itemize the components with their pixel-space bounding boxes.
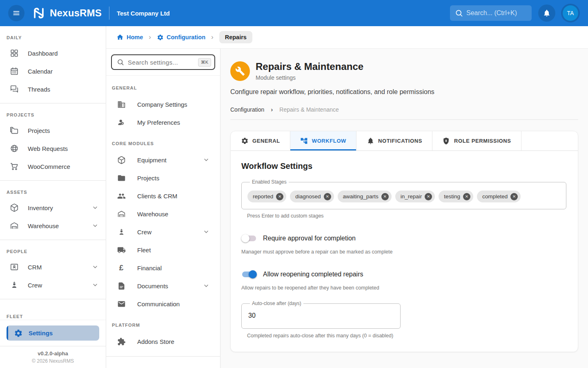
section-label-general: GENERAL	[106, 85, 220, 95]
tab-general[interactable]: GENERAL	[231, 131, 290, 150]
tab-bar: GENERAL WORKFLOW NOTIFICATIONS	[231, 131, 578, 151]
settings-item-projects[interactable]: Projects	[106, 169, 220, 187]
search-icon	[455, 9, 463, 17]
globe-icon	[10, 144, 19, 153]
search-icon	[117, 58, 124, 66]
require-approval-label: Require approval for completion	[263, 235, 356, 242]
enabled-stages-field[interactable]: Enabled Stages reported✕ diagnosed✕ awai…	[241, 179, 566, 209]
tab-notifications[interactable]: NOTIFICATIONS	[356, 131, 432, 150]
brand-name: NexusRMS	[50, 7, 102, 19]
settings-item-label: Financial	[137, 265, 209, 272]
envelope-icon	[117, 299, 126, 308]
settings-item-documents[interactable]: Documents	[106, 277, 220, 295]
brand-logo-link[interactable]: NexusRMS	[32, 6, 102, 20]
settings-item-warehouse[interactable]: Warehouse	[106, 205, 220, 223]
settings-search[interactable]: ⌘K	[111, 54, 215, 70]
tab-label: GENERAL	[252, 138, 280, 144]
breadcrumb-home-link[interactable]: Home	[116, 34, 143, 41]
sidebar-item-label: Threads	[28, 86, 98, 93]
chip-remove-icon[interactable]: ✕	[510, 193, 518, 200]
settings-label: Settings	[29, 330, 53, 337]
allow-reopening-toggle[interactable]	[241, 270, 257, 278]
settings-item-label: Projects	[137, 175, 209, 182]
notifications-button[interactable]	[538, 4, 555, 22]
settings-sidebar: ⌘K GENERAL Company Settings My Preferenc…	[106, 49, 220, 368]
sidebar-item-settings[interactable]: Settings	[7, 325, 99, 341]
settings-item-label: Company Settings	[137, 101, 209, 108]
person-gear-icon	[117, 118, 126, 127]
sidebar-section-assets: ASSETS Inventory Warehouse	[0, 181, 106, 240]
sidebar-item-warehouse[interactable]: Warehouse	[0, 217, 106, 235]
stage-chip: in_repair✕	[395, 191, 435, 202]
building-icon	[117, 100, 126, 109]
module-settings-card: GENERAL WORKFLOW NOTIFICATIONS	[230, 131, 578, 352]
sidebar-item-threads[interactable]: Threads	[0, 80, 106, 98]
section-label-people: PEOPLE	[0, 249, 106, 258]
divider	[230, 119, 578, 120]
autoclose-helper-text: Completed repairs auto-close after this …	[247, 332, 410, 339]
allow-reopening-helper: Allow repairs to be reopened after they …	[241, 285, 566, 291]
sidebar-item-crm[interactable]: CRM	[0, 258, 106, 276]
crew-person-icon	[10, 280, 19, 289]
folder-icon	[117, 173, 126, 182]
sidebar-item-woocommerce[interactable]: WooCommerce	[0, 157, 106, 175]
settings-item-equipment[interactable]: Equipment	[106, 151, 220, 169]
settings-search-input[interactable]	[128, 59, 194, 66]
settings-item-fleet[interactable]: Fleet	[106, 241, 220, 259]
cart-icon	[10, 162, 19, 171]
settings-item-company-settings[interactable]: Company Settings	[106, 95, 220, 113]
box-icon	[117, 155, 126, 164]
settings-item-financial[interactable]: £ Financial	[106, 259, 220, 277]
chip-remove-icon[interactable]: ✕	[463, 193, 470, 200]
hamburger-menu-button[interactable]	[8, 5, 24, 21]
breadcrumb: Home › Configuration › Repairs	[106, 26, 588, 49]
page-description: Configure repair workflow, priorities, n…	[230, 88, 578, 96]
workflow-tree-icon	[300, 137, 308, 145]
chip-remove-icon[interactable]: ✕	[425, 193, 432, 200]
stage-chip: diagnosed✕	[290, 191, 334, 202]
sidebar-item-web-requests[interactable]: Web Requests	[0, 139, 106, 157]
require-approval-toggle[interactable]	[241, 234, 257, 242]
settings-section-general: GENERAL Company Settings My Preferences	[106, 76, 220, 131]
puzzle-icon	[117, 337, 126, 346]
chip-remove-icon[interactable]: ✕	[381, 193, 389, 200]
sidebar-item-crew[interactable]: Crew	[0, 276, 106, 294]
settings-item-my-preferences[interactable]: My Preferences	[106, 113, 220, 131]
chip-remove-icon[interactable]: ✕	[324, 193, 331, 200]
sidebar-item-label: Crew	[28, 282, 92, 289]
breadcrumb-configuration-link[interactable]: Configuration	[157, 34, 205, 41]
sidebar-item-calendar[interactable]: Calendar	[0, 62, 106, 80]
sidebar-item-inventory[interactable]: Inventory	[0, 199, 106, 217]
stage-chip: completed✕	[477, 191, 521, 202]
global-search[interactable]	[450, 5, 532, 21]
settings-item-addons-store[interactable]: Addons Store	[106, 332, 220, 350]
sidebar-item-projects[interactable]: Projects	[0, 121, 106, 139]
tab-role-permissions[interactable]: ROLE PERMISSIONS	[432, 131, 521, 150]
tab-label: WORKFLOW	[312, 138, 346, 144]
page-title: Repairs & Maintenance	[256, 61, 363, 72]
user-menu-button[interactable]: TA	[561, 4, 580, 22]
settings-section-platform: PLATFORM Addons Store	[106, 313, 220, 357]
tab-workflow[interactable]: WORKFLOW	[290, 131, 356, 150]
wrench-icon	[235, 66, 245, 76]
autoclose-input[interactable]	[247, 310, 394, 322]
autoclose-field[interactable]: Auto-close after (days)	[241, 301, 401, 329]
chevron-down-icon	[92, 222, 98, 229]
keyboard-shortcut-badge: ⌘K	[198, 58, 211, 67]
settings-item-clients-crm[interactable]: Clients & CRM	[106, 187, 220, 205]
crew-person-icon	[117, 227, 126, 236]
group-icon	[117, 191, 126, 200]
chip-remove-icon[interactable]: ✕	[276, 193, 283, 200]
global-search-input[interactable]	[466, 9, 527, 17]
shield-lock-icon	[442, 137, 450, 145]
sidebar-section-people: PEOPLE CRM Crew	[0, 240, 106, 299]
sidebar-item-dashboard[interactable]: Dashboard	[0, 44, 106, 62]
settings-item-communication[interactable]: Communication	[106, 295, 220, 313]
settings-item-crew[interactable]: Crew	[106, 223, 220, 241]
module-breadcrumb-parent[interactable]: Configuration	[230, 106, 264, 113]
dashboard-icon	[10, 49, 19, 58]
app-root: NexusRMS Test Company Ltd TA DAILY	[0, 0, 588, 368]
settings-item-label: Equipment	[137, 157, 203, 164]
stage-chip-label: reported	[253, 193, 273, 200]
main-sidebar: DAILY Dashboard Calendar	[0, 26, 106, 368]
